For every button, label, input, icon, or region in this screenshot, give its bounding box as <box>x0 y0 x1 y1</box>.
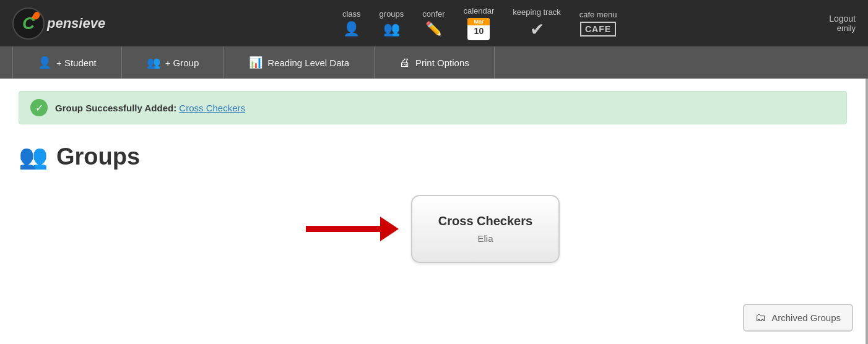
logo-leaf <box>32 10 41 20</box>
checkmark-icon: ✔ <box>530 19 544 40</box>
group-card-name: Cross Checkers <box>438 214 532 228</box>
arrow-body <box>306 226 380 232</box>
nav-items: class 👤 groups 👥 confer ✏️ calendar Mar … <box>130 6 829 40</box>
edit-icon: ✏️ <box>425 21 442 37</box>
print-options-label: Print Options <box>415 58 469 68</box>
group-cards-area: Cross Checkers Elia <box>19 189 847 275</box>
chart-icon: 📊 <box>249 56 263 69</box>
nav-item-confer[interactable]: confer ✏️ <box>422 9 445 37</box>
reading-level-label: Reading Level Data <box>267 58 349 68</box>
success-icon: ✓ <box>30 99 48 116</box>
nav-item-class[interactable]: class 👤 <box>342 9 361 37</box>
nav-item-groups[interactable]: groups 👥 <box>380 9 404 37</box>
add-group-label: + Group <box>165 58 199 68</box>
add-student-icon: 👤 <box>38 56 51 69</box>
calendar-icon: Mar 10 <box>467 18 490 40</box>
main-content: ✓ Group Successfully Added: Cross Checke… <box>0 79 868 344</box>
reading-level-button[interactable]: 📊 Reading Level Data <box>224 46 375 79</box>
calendar-day: 10 <box>474 25 484 38</box>
arrow-head <box>380 217 399 241</box>
toolbar: 👤 + Student 👥 + Group 📊 Reading Level Da… <box>0 46 868 79</box>
nav-label-cafe-menu: cafe menu <box>579 10 617 19</box>
archived-groups-button[interactable]: 🗂 Archived Groups <box>743 304 853 332</box>
red-arrow <box>306 217 399 241</box>
groups-heading: 👥 Groups <box>19 143 847 170</box>
groups-heading-icon: 👥 <box>19 143 48 170</box>
logo[interactable]: C pensieve <box>12 7 105 40</box>
nav-item-keeping-track[interactable]: keeping track ✔ <box>513 7 560 40</box>
nav-right: Logout emily <box>829 14 856 33</box>
group-card-teacher: Elia <box>477 233 493 244</box>
archived-groups-label: Archived Groups <box>771 312 841 323</box>
nav-label-confer: confer <box>422 9 445 19</box>
nav-label-class: class <box>342 9 361 19</box>
person-icon: 👤 <box>343 21 360 37</box>
nav-label-groups: groups <box>380 9 404 19</box>
nav-item-cafe-menu[interactable]: cafe menu CAFE <box>579 10 617 37</box>
nav-item-calendar[interactable]: calendar Mar 10 <box>463 6 494 40</box>
groups-title: Groups <box>56 144 140 170</box>
add-student-label: + Student <box>56 58 97 68</box>
archive-icon: 🗂 <box>755 311 766 324</box>
logo-text: pensieve <box>47 15 105 32</box>
success-link[interactable]: Cross Checkers <box>179 103 245 113</box>
nav-label-keeping-track: keeping track <box>513 7 560 17</box>
username-label: emily <box>837 24 856 33</box>
top-nav: C pensieve class 👤 groups 👥 confer ✏️ ca… <box>0 0 868 46</box>
add-group-icon: 👥 <box>147 56 160 69</box>
calendar-month: Mar <box>467 18 490 25</box>
logout-button[interactable]: Logout <box>829 14 856 24</box>
success-text: Group Successfully Added: Cross Checkers <box>55 103 245 113</box>
logo-circle: C <box>12 7 45 40</box>
group-card[interactable]: Cross Checkers Elia <box>411 195 560 263</box>
nav-label-calendar: calendar <box>463 6 494 15</box>
success-message: Group Successfully Added: <box>55 103 176 113</box>
add-group-button[interactable]: 👥 + Group <box>122 46 225 79</box>
print-options-button[interactable]: 🖨 Print Options <box>375 46 495 79</box>
groups-icon: 👥 <box>383 21 400 37</box>
success-banner: ✓ Group Successfully Added: Cross Checke… <box>19 91 847 124</box>
cafe-icon: CAFE <box>580 22 616 37</box>
add-student-button[interactable]: 👤 + Student <box>12 46 122 79</box>
print-icon: 🖨 <box>399 56 410 69</box>
